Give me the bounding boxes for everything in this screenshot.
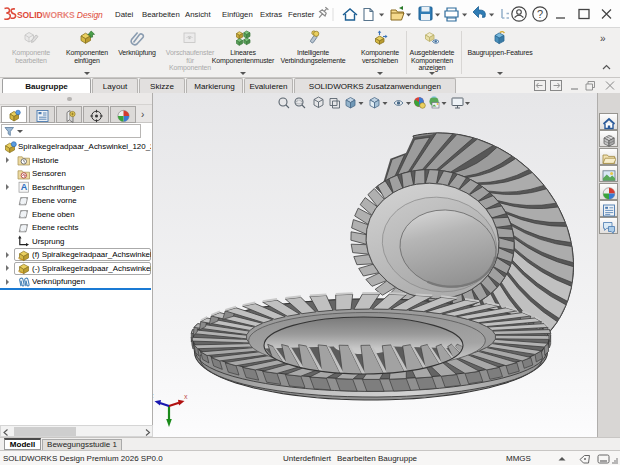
svg-text:?: ?	[537, 8, 543, 20]
svg-text:x: x	[184, 393, 188, 400]
svg-text:A: A	[21, 182, 28, 192]
